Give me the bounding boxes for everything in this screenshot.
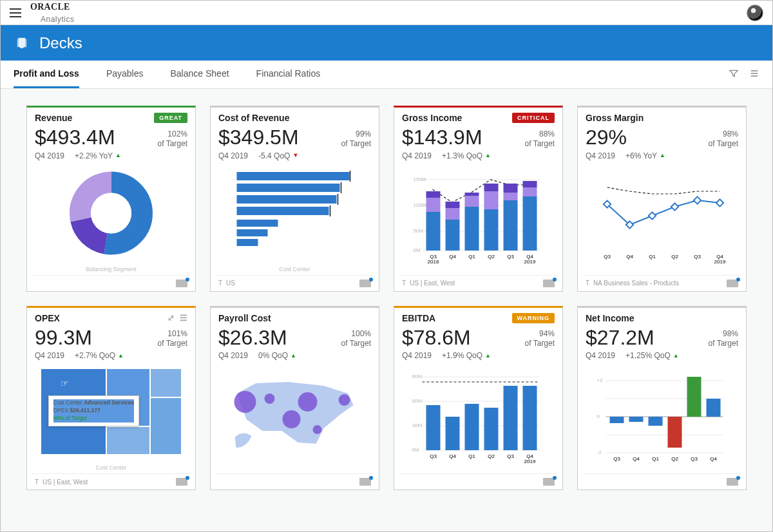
svg-text:60M: 60M: [412, 398, 423, 404]
tab-profit-and-loss[interactable]: Profit and Loss: [14, 61, 79, 88]
filter-text: NA Business Sales - Products: [593, 280, 679, 287]
svg-text:Q4: Q4: [710, 456, 717, 462]
target: 100%of Target: [341, 329, 371, 348]
svg-text:150M: 150M: [414, 176, 426, 182]
svg-rect-84: [523, 386, 537, 450]
period: Q4 2019: [402, 151, 432, 160]
tab-balance-sheet[interactable]: Balance Sheet: [171, 61, 229, 88]
card-ebitda[interactable]: EBITDA WARNING $78.6M 94%of Target Q4 20…: [394, 306, 563, 491]
expand-icon[interactable]: ⤢: [167, 313, 175, 323]
svg-point-69: [339, 394, 350, 406]
filter-icon: T: [402, 280, 406, 287]
svg-text:Q1: Q1: [652, 456, 659, 462]
svg-text:Q4: Q4: [449, 453, 456, 459]
chart-caption: Cost Center: [27, 464, 195, 473]
svg-rect-104: [687, 377, 701, 417]
card-opex[interactable]: OPEX ⤢ ☰ 99.3M 101%of Target Q4 2019 +2.…: [26, 306, 196, 491]
period: Q4 2019: [218, 351, 248, 360]
filter-text: US | East, West: [410, 280, 455, 287]
svg-rect-82: [484, 408, 499, 450]
svg-rect-0: [17, 39, 19, 47]
status-badge: WARNING: [512, 313, 555, 323]
menu-icon[interactable]: [10, 8, 21, 17]
svg-rect-35: [484, 191, 499, 209]
svg-text:2018: 2018: [428, 259, 439, 263]
chart-caption: Cost Center: [211, 266, 379, 275]
brand: ORACLEAnalytics: [30, 2, 82, 24]
svg-text:2019: 2019: [524, 259, 536, 263]
change: +1.25% QoQ▲: [625, 351, 679, 360]
svg-text:Q3: Q3: [507, 453, 514, 459]
card-title: Cost of Revenue: [218, 113, 289, 123]
card-footer: T US: [216, 275, 374, 291]
card-menu-icon[interactable]: [727, 478, 738, 486]
card-title: Payroll Cost: [218, 313, 271, 323]
period: Q4 2019: [35, 151, 64, 160]
target: 98%of Target: [709, 329, 738, 348]
svg-rect-11: [237, 229, 268, 236]
metric-value: $493.4M: [35, 127, 115, 149]
change: +2.2% YoY▲: [75, 151, 121, 160]
svg-rect-39: [504, 184, 518, 193]
list-icon[interactable]: [749, 68, 759, 81]
status-badge: GREAT: [154, 113, 187, 123]
svg-text:50M: 50M: [414, 228, 424, 234]
change: +2.7% QoQ▲: [75, 351, 124, 360]
card-net-income[interactable]: Net Income $27.2M 98%of Target Q4 2019 +…: [577, 306, 747, 491]
card-menu-icon[interactable]: [176, 280, 187, 287]
change: +6% YoY▲: [625, 151, 665, 160]
filter-icon[interactable]: [729, 68, 739, 81]
svg-text:Q3: Q3: [691, 456, 698, 462]
card-cost-of-revenue[interactable]: Cost of Revenue $349.5M 99%of Target Q4 …: [210, 106, 379, 292]
svg-rect-33: [465, 193, 479, 196]
svg-rect-37: [504, 200, 518, 251]
card-menu-icon[interactable]: [359, 478, 371, 486]
card-footer: T US | East, West: [32, 473, 190, 489]
card-gross-income[interactable]: Gross Income CRITICAL $143.9M 88%of Targ…: [394, 106, 563, 292]
card-list-icon[interactable]: ☰: [180, 313, 187, 323]
chart-column: 90M60M30M0M Q3Q4Q1Q2Q3Q4 2019: [399, 366, 557, 472]
svg-rect-53: [649, 212, 656, 219]
svg-rect-34: [484, 209, 499, 251]
chart-line: Q3Q4Q1Q2Q3Q4 2019: [583, 167, 741, 274]
page-title: Decks: [39, 34, 82, 52]
filter-text: US: [226, 280, 235, 287]
card-menu-icon[interactable]: [176, 478, 187, 486]
card-tools: ⤢ ☰: [167, 313, 187, 323]
filter-icon: T: [35, 479, 39, 486]
card-gross-margin[interactable]: Gross Margin 29% 98%of Target Q4 2019 +6…: [577, 106, 747, 292]
target: 101%of Target: [158, 329, 187, 348]
tab-payables[interactable]: Payables: [106, 61, 144, 88]
card-menu-icon[interactable]: [543, 478, 555, 486]
svg-rect-28: [446, 220, 460, 251]
change: -5.4 QoQ▼: [258, 151, 298, 160]
tab-financial-ratios[interactable]: Financial Ratios: [256, 61, 321, 88]
svg-rect-80: [446, 417, 460, 450]
chart-caption: Balancing Segment: [27, 266, 195, 275]
svg-text:Q3: Q3: [613, 456, 620, 462]
card-menu-icon[interactable]: [543, 280, 555, 287]
target: 94%of Target: [525, 329, 555, 348]
period: Q4 2019: [586, 151, 615, 160]
metric-value: $27.2M: [586, 327, 654, 349]
svg-text:Q2: Q2: [671, 456, 678, 462]
card-revenue[interactable]: Revenue GREAT $493.4M 102%of Target Q4 2…: [26, 106, 196, 292]
card-menu-icon[interactable]: [727, 280, 738, 287]
avatar[interactable]: [747, 5, 763, 21]
card-menu-icon[interactable]: [359, 280, 371, 287]
svg-point-5: [91, 193, 131, 233]
card-footer: [399, 473, 557, 489]
period: Q4 2019: [35, 351, 64, 360]
filter-text: US | East, West: [43, 479, 88, 486]
svg-rect-6: [237, 172, 350, 180]
svg-rect-36: [484, 184, 499, 191]
svg-rect-83: [504, 386, 518, 450]
svg-text:2019: 2019: [524, 459, 536, 463]
card-title: Revenue: [35, 113, 72, 123]
svg-rect-105: [707, 399, 721, 417]
period: Q4 2019: [402, 351, 432, 360]
svg-text:2019: 2019: [714, 259, 726, 263]
card-payroll-cost[interactable]: Payroll Cost $26.3M 100%of Target Q4 201…: [210, 306, 379, 491]
svg-rect-100: [610, 417, 624, 423]
metric-value: 29%: [586, 127, 627, 149]
